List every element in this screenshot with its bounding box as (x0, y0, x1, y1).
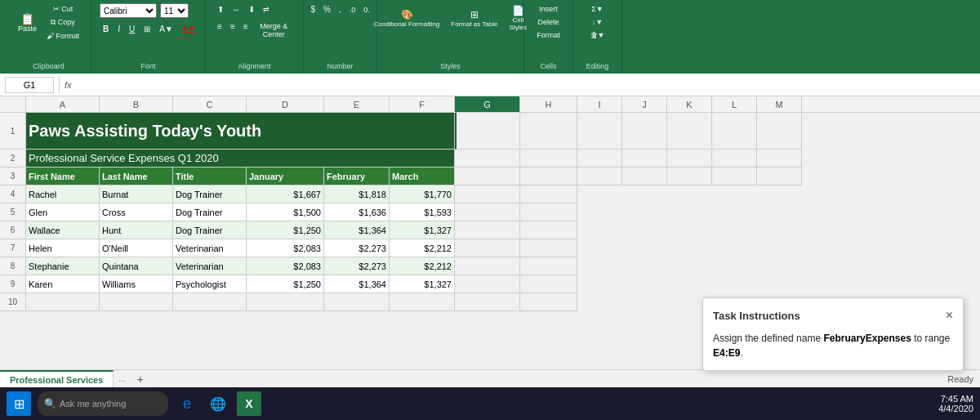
cell-H8[interactable] (520, 257, 577, 275)
col-header-D[interactable]: D (247, 96, 324, 112)
cell-A2[interactable]: Professional Service Expenses Q1 2020 (26, 150, 455, 168)
cell-I2[interactable] (577, 150, 622, 168)
cell-L2[interactable] (712, 150, 757, 168)
italic-btn[interactable]: I (114, 23, 123, 35)
cell-F3[interactable]: March (390, 168, 455, 185)
font-color-btn[interactable]: A▼ (179, 23, 199, 35)
cell-B6[interactable]: Hunt (100, 221, 173, 239)
cell-G7[interactable] (455, 239, 520, 257)
cell-E10[interactable] (324, 293, 390, 311)
cell-H1[interactable] (520, 113, 577, 150)
align-top-btn[interactable]: ⬆ (214, 3, 227, 16)
cell-H6[interactable] (520, 221, 577, 239)
bold-btn[interactable]: B (100, 23, 112, 35)
col-header-E[interactable]: E (324, 96, 390, 112)
cell-G6[interactable] (455, 221, 520, 239)
cell-J3[interactable] (622, 168, 667, 185)
paste-btn[interactable]: 📋Paste (15, 11, 40, 34)
cell-D8[interactable]: $2,083 (247, 257, 324, 275)
col-header-A[interactable]: A (26, 96, 100, 112)
cell-H2[interactable] (520, 150, 577, 168)
cell-G8[interactable] (455, 257, 520, 275)
align-left-btn[interactable]: ≡ (214, 20, 225, 40)
cell-G9[interactable] (455, 275, 520, 293)
dollar-btn[interactable]: $ (307, 3, 318, 16)
cell-G1-selected[interactable] (455, 113, 520, 150)
cell-C10[interactable] (173, 293, 247, 311)
align-right-btn[interactable]: ≡ (240, 20, 252, 40)
col-header-C[interactable]: C (173, 96, 247, 112)
cell-F6[interactable]: $1,327 (390, 221, 455, 239)
cell-E9[interactable]: $1,364 (324, 275, 390, 293)
cell-H4[interactable] (520, 185, 577, 203)
cell-G3[interactable] (455, 168, 520, 185)
format-painter-btn[interactable]: 🖌 Format (43, 30, 82, 42)
fill-btn[interactable]: ↓▼ (589, 16, 606, 28)
cell-E4[interactable]: $1,818 (324, 185, 390, 203)
cell-G10[interactable] (455, 293, 520, 311)
cell-D10[interactable] (247, 293, 324, 311)
cell-A10[interactable] (26, 293, 100, 311)
borders-btn[interactable]: ⊞ (140, 23, 154, 35)
cell-F8[interactable]: $2,212 (390, 257, 455, 275)
col-header-G[interactable]: G (455, 96, 520, 112)
task-box-close-btn[interactable]: × (946, 308, 953, 323)
cell-H9[interactable] (520, 275, 577, 293)
cell-F9[interactable]: $1,327 (390, 275, 455, 293)
cell-A5[interactable]: Glen (26, 203, 100, 221)
cell-G2[interactable] (455, 150, 520, 168)
cell-C4[interactable]: Dog Trainer (173, 185, 247, 203)
cell-B5[interactable]: Cross (100, 203, 173, 221)
font-family-select[interactable]: Calibri (100, 3, 157, 18)
cell-H3[interactable] (520, 168, 577, 185)
formula-input[interactable] (77, 80, 975, 90)
cell-C5[interactable]: Dog Trainer (173, 203, 247, 221)
cell-F4[interactable]: $1,770 (390, 185, 455, 203)
col-header-I[interactable]: I (577, 96, 622, 112)
edge-icon[interactable]: e (175, 391, 199, 416)
cell-C6[interactable]: Dog Trainer (173, 221, 247, 239)
delete-btn[interactable]: Delete (535, 16, 563, 28)
search-taskbar[interactable]: 🔍 Ask me anything (38, 391, 168, 416)
underline-btn[interactable]: U (126, 23, 138, 35)
col-header-B[interactable]: B (100, 96, 173, 112)
cell-G5[interactable] (455, 203, 520, 221)
cell-A7[interactable]: Helen (26, 239, 100, 257)
align-bottom-btn[interactable]: ⬇ (245, 3, 258, 16)
font-size-select[interactable]: 11 (160, 3, 189, 18)
cell-A1[interactable]: Paws Assisting Today's Youth (26, 113, 455, 150)
percent-btn[interactable]: % (320, 3, 334, 16)
fill-color-btn[interactable]: A▼ (156, 23, 176, 35)
wrap-text-btn[interactable]: ⇌ (260, 3, 273, 16)
cell-B10[interactable] (100, 293, 173, 311)
cell-F5[interactable]: $1,593 (390, 203, 455, 221)
col-header-L[interactable]: L (712, 96, 757, 112)
conditional-formatting-btn[interactable]: 🎨 Conditional Formatting (371, 7, 443, 29)
start-button[interactable]: ⊞ (7, 391, 31, 416)
cell-K1[interactable] (667, 113, 712, 150)
cell-B7[interactable]: O'Neill (100, 239, 173, 257)
cell-M1[interactable] (757, 113, 802, 150)
cell-J2[interactable] (622, 150, 667, 168)
col-header-K[interactable]: K (667, 96, 712, 112)
cell-A4[interactable]: Rachel (26, 185, 100, 203)
align-middle-btn[interactable]: ↔ (229, 3, 243, 16)
cell-M2[interactable] (757, 150, 802, 168)
clear-btn[interactable]: 🗑▼ (587, 29, 608, 41)
cell-A6[interactable]: Wallace (26, 221, 100, 239)
cell-L1[interactable] (712, 113, 757, 150)
cell-D9[interactable]: $1,250 (247, 275, 324, 293)
cell-B4[interactable]: Burnat (100, 185, 173, 203)
cell-K2[interactable] (667, 150, 712, 168)
cell-D5[interactable]: $1,500 (247, 203, 324, 221)
cell-F10[interactable] (390, 293, 455, 311)
cell-E5[interactable]: $1,636 (324, 203, 390, 221)
chrome-icon[interactable]: 🌐 (206, 391, 230, 416)
cell-A9[interactable]: Karen (26, 275, 100, 293)
cell-D7[interactable]: $2,083 (247, 239, 324, 257)
cell-G4[interactable] (455, 185, 520, 203)
cell-C3[interactable]: Title (173, 168, 247, 185)
cell-A3[interactable]: First Name (26, 168, 100, 185)
insert-btn[interactable]: Insert (536, 3, 561, 15)
cell-A8[interactable]: Stephanie (26, 257, 100, 275)
